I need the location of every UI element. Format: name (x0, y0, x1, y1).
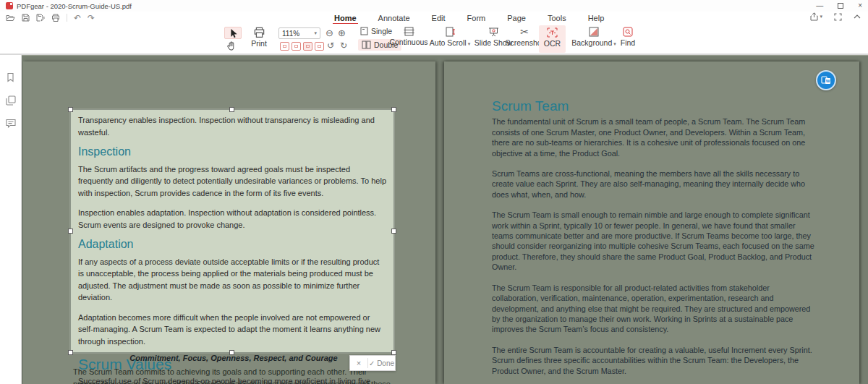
rotate-right-icon[interactable]: ↻ (340, 41, 347, 50)
find-icon (623, 27, 633, 37)
tab-annotate[interactable]: Annotate (377, 13, 412, 23)
redo-icon[interactable]: ↷ (88, 14, 95, 22)
print-label: Print (251, 39, 267, 48)
paragraph: The Scrum artifacts and the progress tow… (78, 163, 386, 200)
ocr-label: OCR (544, 39, 561, 48)
ocr-button[interactable]: OCR (539, 25, 566, 53)
zoom-level-select[interactable]: 111% ▾ (278, 27, 320, 39)
auto-scroll-button[interactable]: Auto Scroll▾ (429, 27, 471, 47)
zoom-level-value: 111% (282, 30, 299, 38)
check-icon: ✓ (369, 359, 377, 367)
window-title: PDFgear - 2020-Scrum-Guide-US.pdf (17, 2, 132, 10)
document-viewport[interactable]: Transparency enables inspection. Inspect… (22, 55, 868, 384)
ocr-scan-icon (547, 27, 558, 38)
section-heading-inspection: Inspection (78, 146, 386, 158)
main-area: Transparency enables inspection. Inspect… (0, 55, 868, 384)
paragraph: The fundamental unit of Scrum is a small… (492, 116, 815, 158)
comments-panel-icon[interactable] (6, 119, 16, 128)
tab-tools[interactable]: Tools (546, 13, 568, 23)
hand-icon (226, 40, 237, 51)
printer-icon (253, 27, 265, 38)
selection-handle-top-right[interactable] (391, 107, 396, 112)
tab-edit[interactable]: Edit (430, 13, 447, 23)
print-button[interactable]: Print (248, 27, 270, 48)
chevron-down-icon: ▾ (613, 41, 616, 46)
scissors-icon: ✂ (520, 27, 529, 37)
right-page-text: Scrum Team The fundamental unit of Scrum… (492, 101, 815, 384)
save-as-icon[interactable] (36, 14, 45, 22)
toolbar-separator (67, 14, 67, 22)
left-page-text-below-selection: Commitment, Focus, Openness, Respect, an… (73, 354, 394, 384)
paragraph: The entire Scrum Team is accountable for… (492, 345, 815, 376)
auto-scroll-label: Auto Scroll▾ (430, 38, 470, 47)
zoom-in-icon[interactable]: ⊕ (338, 28, 346, 38)
ocr-confirm-popup: × ✓ Done (349, 355, 396, 371)
selection-handle-top-middle[interactable] (229, 107, 234, 112)
single-view-button[interactable]: Single (360, 27, 392, 35)
tab-home[interactable]: Home (333, 13, 358, 23)
single-view-label: Single (371, 27, 392, 35)
continuous-page-icon (404, 27, 414, 36)
selection-handle-top-left[interactable] (68, 107, 73, 112)
save-icon[interactable] (22, 14, 30, 22)
selection-content: Transparency enables inspection. Inspect… (71, 110, 393, 384)
minimize-button[interactable]: — (816, 2, 823, 9)
done-button[interactable]: ✓ Done (368, 359, 395, 367)
thumbnails-panel-icon[interactable] (6, 95, 16, 106)
undo-icon[interactable]: ↶ (74, 14, 81, 22)
title-bar: PDFgear - 2020-Scrum-Guide-US.pdf — × (0, 0, 868, 12)
cancel-selection-button[interactable]: × (350, 359, 367, 367)
section-heading-scrum-team: Scrum Team (492, 101, 815, 111)
pdfgear-logo-icon (6, 2, 13, 9)
bookmarks-panel-icon[interactable] (6, 72, 15, 82)
chevron-down-icon: ▾ (468, 41, 471, 46)
fit-page-icon[interactable] (292, 42, 301, 51)
rotate-left-icon[interactable]: ↺ (327, 41, 334, 50)
double-page-icon (362, 40, 371, 49)
selection-handle-bottom-left[interactable] (68, 350, 73, 355)
paragraph: Transparency enables inspection. Inspect… (78, 114, 386, 138)
select-tool-button[interactable] (224, 27, 242, 39)
background-label: Background▾ (571, 38, 616, 47)
fit-width-icon[interactable] (303, 42, 312, 51)
tab-form[interactable]: Form (466, 13, 488, 23)
paragraph: Inspection enables adaptation. Inspectio… (78, 207, 386, 231)
paragraph: If any aspects of a process deviate outs… (78, 256, 386, 304)
fit-height-icon[interactable] (315, 42, 324, 51)
print-quick-icon[interactable] (51, 14, 60, 22)
share-icon[interactable]: ▾ (810, 12, 822, 21)
open-file-icon[interactable] (6, 14, 15, 22)
fullscreen-icon[interactable] (834, 13, 842, 21)
find-label: Find (621, 38, 635, 47)
convert-to-word-button[interactable]: W (816, 70, 836, 90)
find-button[interactable]: Find (617, 27, 639, 47)
chevron-down-icon: ▾ (314, 30, 317, 36)
close-button[interactable]: × (858, 2, 862, 9)
paragraph: The Scrum Team commits to achieving its … (73, 366, 394, 384)
svg-text:W: W (826, 79, 830, 83)
ocr-selection-region[interactable]: Transparency enables inspection. Inspect… (70, 109, 394, 353)
left-panel-bar (0, 55, 22, 384)
pdf-to-word-icon: W (820, 74, 832, 86)
continuous-view-button[interactable]: Continuous (396, 27, 421, 46)
continuous-view-label: Continuous (389, 38, 427, 46)
background-icon (589, 27, 599, 37)
hand-tool-button[interactable] (226, 40, 237, 51)
slide-show-icon (488, 27, 499, 37)
ribbon-toolbar: Print 111% ▾ ⊖ ⊕ ↺ ↻ Single Double Conti… (0, 24, 868, 54)
selection-handle-middle-right[interactable] (391, 229, 396, 234)
collapse-ribbon-icon[interactable] (854, 14, 861, 19)
background-button[interactable]: Background▾ (570, 27, 618, 47)
actual-size-icon[interactable] (280, 42, 289, 51)
cursor-arrow-icon (228, 28, 238, 38)
ribbon-tabs: Home Annotate Edit Form Page Tools Help (333, 12, 605, 24)
selection-handle-middle-left[interactable] (68, 229, 73, 234)
auto-scroll-icon (446, 27, 455, 37)
tab-help[interactable]: Help (587, 13, 606, 23)
maximize-button[interactable] (838, 3, 843, 9)
paragraph: Scrum Teams are cross-functional, meanin… (492, 168, 815, 200)
paragraph: Adaptation becomes more difficult when t… (78, 312, 386, 348)
zoom-out-icon[interactable]: ⊖ (326, 28, 333, 38)
section-heading-adaptation: Adaptation (78, 239, 386, 251)
tab-page[interactable]: Page (506, 13, 527, 23)
